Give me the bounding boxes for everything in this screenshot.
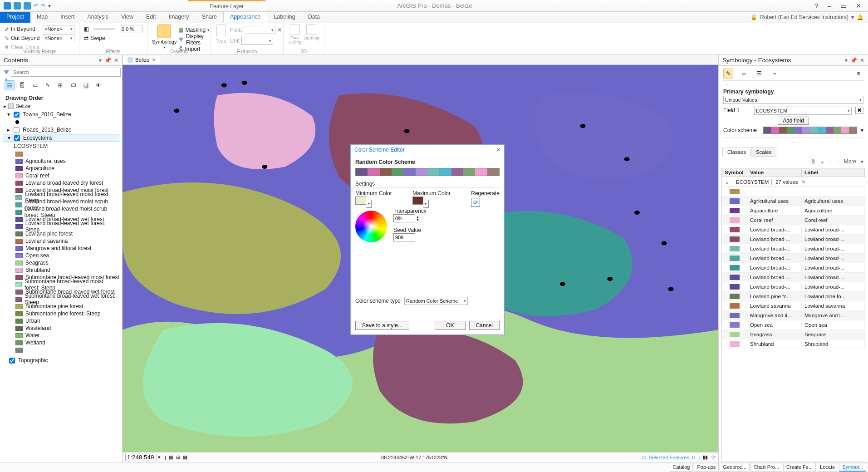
tab-catalog[interactable]: Catalog <box>670 463 693 472</box>
new-project-icon[interactable] <box>4 2 11 10</box>
grid-row[interactable]: Lowland broad-...Lowland broad-... <box>722 263 865 273</box>
legend-item[interactable]: Water <box>3 332 119 339</box>
legend-item[interactable]: Mangrove and littoral forest <box>3 245 119 252</box>
min-color-swatch[interactable] <box>355 197 366 205</box>
transparency-input[interactable] <box>393 214 415 222</box>
grid-row[interactable]: Lowland broad-...Lowland broad-... <box>722 244 865 254</box>
label-cell[interactable]: Agricultural uses <box>802 198 865 204</box>
redo-icon[interactable]: ↷ <box>41 3 45 9</box>
label-cell[interactable]: Mangrove and li... <box>802 312 865 319</box>
label-cell[interactable]: Aquaculture <box>802 207 865 214</box>
grid-row[interactable]: Lowland pine fo...Lowland pine fo... <box>722 292 865 301</box>
primary-symbology-icon[interactable]: ✎ <box>723 69 733 79</box>
tab-share[interactable]: Share <box>196 12 223 23</box>
map-node[interactable]: ▸ Belize <box>3 102 119 110</box>
refresh-icon[interactable]: ⟳ <box>711 454 716 460</box>
ecosystems-checkbox[interactable] <box>14 135 20 141</box>
value-cell[interactable]: Lowland broad-... <box>747 226 802 233</box>
grid-row[interactable]: Lowland broad-...Lowland broad-... <box>722 235 865 244</box>
dropdown-icon[interactable]: ▾ <box>99 57 102 64</box>
tab-labeling[interactable]: Labeling <box>267 12 301 23</box>
pin-icon[interactable]: 📌 <box>104 57 111 64</box>
grid-row[interactable]: Lowland broad-...Lowland broad-... <box>722 282 865 292</box>
minimize-button[interactable]: – <box>828 2 831 10</box>
value-cell[interactable]: Lowland broad-... <box>747 255 802 261</box>
symbol-swatch[interactable] <box>730 275 740 280</box>
label-cell[interactable]: Lowland broad-... <box>802 284 865 290</box>
value-cell[interactable]: Lowland broad-... <box>747 274 802 280</box>
chevron-up-icon[interactable]: ︿ <box>791 139 796 144</box>
symbol-swatch[interactable] <box>730 294 740 299</box>
grid-row[interactable]: Lowland savannaLowland savanna <box>722 301 865 311</box>
value-cell[interactable]: Lowland pine fo... <box>747 293 802 300</box>
color-ramp-preview[interactable] <box>355 168 500 176</box>
tab-createfe[interactable]: Create Fe... <box>783 463 816 472</box>
save-to-style-button[interactable]: Save to a style... <box>355 321 409 330</box>
close-button[interactable]: ✕ <box>856 2 862 10</box>
grid-row[interactable]: Lowland broad-...Lowland broad-... <box>722 254 865 263</box>
legend-item[interactable]: Seagrass <box>3 259 119 266</box>
tab-data[interactable]: Data <box>302 12 326 23</box>
help-button[interactable]: ? <box>814 2 818 10</box>
dialog-close-icon[interactable]: ✕ <box>496 147 500 153</box>
close-icon[interactable]: ✕ <box>860 57 864 64</box>
signin-area[interactable]: 🔒 Robert (Esri Ed Services Instructors) … <box>750 12 868 23</box>
pause-icon[interactable]: ▦ <box>183 454 187 460</box>
list-by-snapping-icon[interactable]: ⊞ <box>55 80 65 90</box>
move-down-icon[interactable]: ↓ <box>837 158 839 166</box>
advanced-icon[interactable]: ⌁ <box>770 69 780 79</box>
legend-item[interactable]: Urban <box>3 317 119 324</box>
tab-edit[interactable]: Edit <box>140 12 162 23</box>
symbology-grid[interactable]: Symbol Value Label ⌄ ECOSYSTEM 27 values… <box>721 168 865 462</box>
filter-icon[interactable] <box>4 70 9 74</box>
expression-icon[interactable]: ✖ <box>855 107 863 114</box>
masking-button[interactable]: Masking <box>185 27 206 33</box>
chevron-down-icon[interactable]: ⌄ <box>725 179 729 185</box>
label-cell[interactable]: Lowland broad-... <box>802 246 865 252</box>
add-field-button[interactable]: Add field <box>778 117 809 125</box>
snap-icon[interactable]: ⊞ <box>176 454 180 460</box>
color-scheme-caret-icon[interactable]: ▾ <box>861 127 863 133</box>
primary-symbology-combo[interactable]: Unique Values▾ <box>723 96 863 104</box>
tab-chartprop[interactable]: Chart Pro... <box>750 463 782 472</box>
spin-up-icon[interactable]: ▲ <box>416 215 419 218</box>
symbol-swatch[interactable] <box>730 246 740 251</box>
legend-item[interactable]: Wetland <box>3 339 119 346</box>
min-color-drop[interactable]: ▾ <box>366 200 372 208</box>
symbol-swatch[interactable] <box>730 227 740 232</box>
add-class-icon[interactable]: ⎘ <box>812 158 815 166</box>
move-up-icon[interactable]: ↑ <box>829 158 832 166</box>
group-row[interactable]: ⌄ ECOSYSTEM 27 values ✕ <box>722 177 865 187</box>
list-by-labeling-icon[interactable]: 🏷 <box>68 80 78 90</box>
max-color-drop[interactable]: ▾ <box>423 200 429 208</box>
legend-item[interactable]: Submontane broad-leaved wet forest: Stee… <box>3 295 119 303</box>
topo-checkbox[interactable] <box>9 358 15 364</box>
grid-row[interactable]: Mangrove and li...Mangrove and li... <box>722 311 865 320</box>
label-cell[interactable]: Open sea <box>802 322 865 328</box>
label-cell[interactable]: Lowland broad-... <box>802 255 865 261</box>
tab-locate[interactable]: Locate <box>817 463 838 472</box>
grid-icon[interactable]: ▦ <box>169 454 173 460</box>
tab-view[interactable]: View <box>115 12 140 23</box>
pin-icon[interactable]: 📌 <box>850 57 857 64</box>
map-canvas[interactable]: Color Scheme Editor✕ Random Color Scheme… <box>123 65 718 452</box>
tab-classes[interactable]: Classes <box>722 148 751 157</box>
search-input[interactable] <box>11 68 121 77</box>
label-cell[interactable]: Coral reef <box>802 217 865 223</box>
close-icon[interactable]: ✕ <box>152 57 156 63</box>
tab-scales[interactable]: Scales <box>751 148 777 157</box>
roads-checkbox[interactable] <box>14 127 20 133</box>
symbol-swatch[interactable] <box>730 236 740 242</box>
color-scheme-picker[interactable] <box>763 127 857 134</box>
transparency-slider[interactable] <box>93 28 115 30</box>
in-beyond-combo[interactable]: <None>▾ <box>43 25 74 33</box>
undo-icon[interactable]: ↶ <box>34 3 38 9</box>
grid-row[interactable]: SeagrassSeagrass <box>722 330 865 339</box>
out-beyond-combo[interactable]: <None>▾ <box>43 34 74 42</box>
regenerate-button[interactable]: ⟳ <box>471 198 480 207</box>
maximize-button[interactable]: ▭ <box>840 2 847 10</box>
list-by-selection-icon[interactable]: ▭ <box>30 80 40 90</box>
remove-group-icon[interactable]: ✕ <box>801 179 806 185</box>
value-cell[interactable]: Coral reef <box>747 217 802 223</box>
grid-row[interactable]: Open seaOpen sea <box>722 320 865 330</box>
